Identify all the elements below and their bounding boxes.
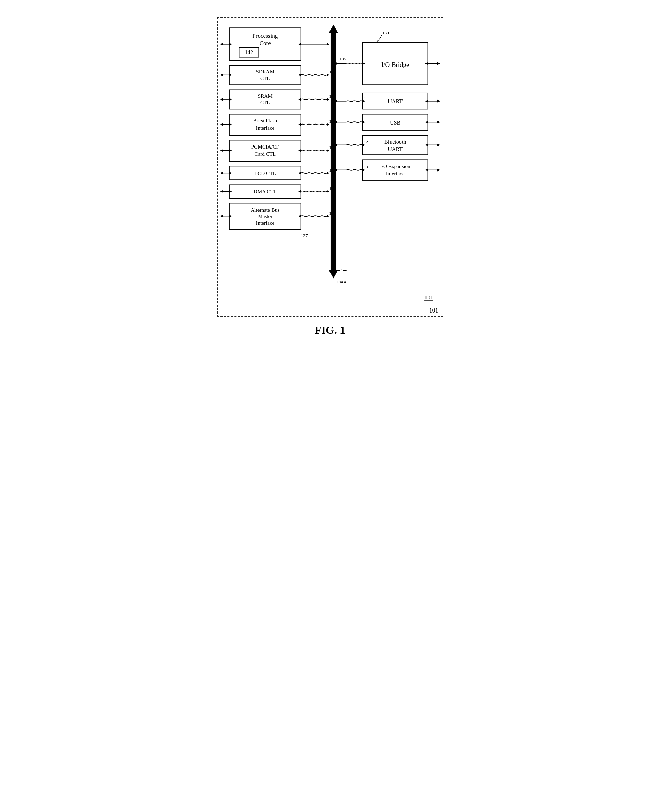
svg-marker-32 bbox=[220, 98, 223, 101]
svg-text:I/O Bridge: I/O Bridge bbox=[381, 61, 409, 68]
svg-text:131: 131 bbox=[361, 95, 368, 100]
svg-text:122: 122 bbox=[329, 119, 336, 124]
svg-text:130: 130 bbox=[382, 30, 389, 35]
svg-text:Master: Master bbox=[258, 213, 272, 219]
svg-text:142: 142 bbox=[244, 49, 253, 55]
svg-text:DMA CTL: DMA CTL bbox=[253, 189, 276, 194]
svg-text:126: 126 bbox=[329, 211, 336, 216]
svg-text:121: 121 bbox=[329, 94, 336, 99]
svg-marker-47 bbox=[220, 215, 223, 218]
diagram-svg: Processing Core 142 SDRAM CTL SRAM CTL B… bbox=[223, 23, 438, 303]
svg-marker-44 bbox=[220, 191, 223, 193]
svg-text:Interface: Interface bbox=[256, 220, 274, 226]
svg-text:125: 125 bbox=[329, 186, 336, 191]
svg-text:I/O Expansion: I/O Expansion bbox=[380, 163, 410, 169]
page-container: Processing Core 142 SDRAM CTL SRAM CTL B… bbox=[210, 7, 450, 347]
svg-text:Processing: Processing bbox=[252, 33, 278, 39]
svg-text:UART: UART bbox=[388, 99, 403, 104]
svg-text:PCMCIA/CF: PCMCIA/CF bbox=[251, 144, 279, 149]
svg-marker-29 bbox=[220, 74, 223, 76]
svg-text:UART: UART bbox=[388, 146, 403, 152]
diagram-outer-box: Processing Core 142 SDRAM CTL SRAM CTL B… bbox=[217, 17, 443, 317]
svg-marker-35 bbox=[220, 123, 223, 126]
svg-text:127: 127 bbox=[301, 233, 308, 238]
svg-marker-92 bbox=[437, 62, 440, 65]
svg-marker-54 bbox=[327, 43, 330, 46]
svg-text:SRAM: SRAM bbox=[257, 93, 272, 99]
svg-marker-38 bbox=[220, 149, 223, 152]
svg-text:Interface: Interface bbox=[256, 125, 274, 131]
svg-text:123: 123 bbox=[329, 145, 336, 150]
svg-marker-26 bbox=[220, 43, 223, 46]
svg-marker-41 bbox=[220, 172, 223, 174]
svg-text:Bluetooth: Bluetooth bbox=[384, 139, 406, 145]
svg-text:Core: Core bbox=[259, 40, 271, 46]
label-101: 101 bbox=[429, 307, 438, 314]
svg-text:135: 135 bbox=[339, 56, 346, 61]
svg-text:SDRAM: SDRAM bbox=[256, 68, 274, 75]
svg-marker-101 bbox=[437, 144, 440, 146]
svg-marker-51 bbox=[329, 270, 338, 278]
svg-text:Interface: Interface bbox=[386, 170, 404, 176]
svg-text:Alternate Bus: Alternate Bus bbox=[251, 207, 279, 213]
svg-text:CTL: CTL bbox=[260, 75, 270, 81]
svg-text:LCD CTL: LCD CTL bbox=[254, 170, 276, 176]
svg-marker-104 bbox=[437, 169, 440, 172]
fig-caption: FIG. 1 bbox=[217, 324, 443, 337]
svg-text:114: 114 bbox=[339, 279, 346, 284]
svg-marker-98 bbox=[437, 121, 440, 124]
svg-marker-95 bbox=[437, 100, 440, 103]
svg-text:Card CTL: Card CTL bbox=[254, 151, 276, 157]
svg-text:CTL: CTL bbox=[260, 100, 270, 105]
svg-marker-50 bbox=[329, 25, 338, 33]
svg-text:USB: USB bbox=[390, 120, 400, 126]
svg-text:101: 101 bbox=[424, 294, 433, 301]
svg-text:120: 120 bbox=[329, 69, 336, 75]
svg-text:Burst Flash: Burst Flash bbox=[253, 118, 277, 124]
svg-text:132: 132 bbox=[361, 139, 368, 145]
svg-text:133: 133 bbox=[361, 164, 368, 170]
